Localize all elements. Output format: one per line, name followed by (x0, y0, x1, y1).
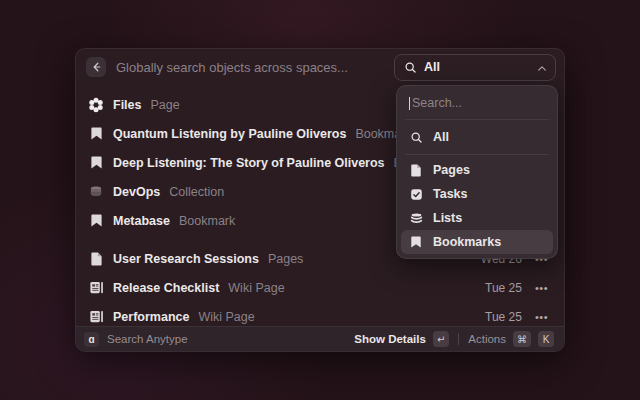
enter-key-badge: ↵ (433, 331, 449, 347)
arrow-left-icon (90, 61, 102, 73)
dropdown-option-label: Bookmarks (433, 235, 501, 249)
task-checkbox-icon (409, 188, 423, 201)
cmd-key-badge: ⌘ (513, 331, 531, 347)
dropdown-option-label: All (433, 130, 449, 144)
dropdown-option-label: Lists (433, 211, 462, 225)
dropdown-option-label: Tasks (433, 187, 468, 201)
divider (405, 154, 549, 155)
dropdown-option-bookmarks[interactable]: Bookmarks (401, 230, 553, 254)
layers-icon (409, 212, 423, 225)
result-type: Pages (268, 252, 303, 266)
wiki-page-icon (88, 280, 104, 295)
actions-button[interactable]: Actions (468, 333, 506, 345)
result-title: Release Checklist (113, 281, 219, 295)
magnifier-icon (403, 61, 417, 74)
filter-type-select[interactable]: All (394, 54, 556, 81)
filter-selected-label: All (424, 60, 530, 74)
footer-shortcuts: Show Details ↵ Actions ⌘ K (354, 331, 554, 347)
bookmark-icon (88, 213, 104, 228)
result-title: Deep Listening: The Story of Pauline Oli… (113, 156, 385, 170)
dropdown-option-pages[interactable]: Pages (401, 158, 553, 182)
more-options-icon[interactable]: ••• (535, 282, 548, 294)
result-row-performance[interactable]: Performance Wiki Page Tue 25 ••• (76, 302, 564, 326)
bookmark-icon (409, 235, 423, 249)
dropdown-option-all[interactable]: All (401, 123, 553, 151)
dropdown-search-input[interactable]: Search... (401, 90, 553, 116)
result-type: Wiki Page (228, 281, 284, 295)
chevron-up-icon (537, 65, 547, 72)
result-title: Quantum Listening by Pauline Oliveros (113, 127, 346, 141)
divider (405, 119, 549, 120)
result-type: Page (151, 98, 180, 112)
result-title: Metabase (113, 214, 170, 228)
result-title: User Research Sessions (113, 252, 259, 266)
page-icon (409, 163, 423, 177)
bookmark-icon (88, 126, 104, 141)
anytype-logo-icon: ɑ (84, 332, 99, 347)
divider (458, 333, 459, 345)
result-date: Tue 25 (485, 281, 522, 295)
dropdown-option-tasks[interactable]: Tasks (401, 182, 553, 206)
result-type: Wiki Page (198, 310, 254, 324)
result-title: Performance (113, 310, 189, 324)
magnifier-icon (409, 131, 423, 144)
result-type: Bookmark (179, 214, 235, 228)
dropdown-option-lists[interactable]: Lists (401, 206, 553, 230)
result-title: Files (113, 98, 142, 112)
dropdown-option-label: Pages (433, 163, 470, 177)
flower-icon (88, 97, 104, 113)
stack-icon (88, 184, 104, 199)
app-label: Search Anytype (107, 333, 354, 345)
page-icon (88, 251, 104, 266)
more-options-icon[interactable]: ••• (535, 311, 548, 323)
result-row-release-checklist[interactable]: Release Checklist Wiki Page Tue 25 ••• (76, 273, 564, 302)
filter-dropdown-panel: Search... All Pages Tasks (396, 85, 558, 259)
result-type: Collection (169, 185, 224, 199)
footer-bar: ɑ Search Anytype Show Details ↵ Actions … (76, 326, 564, 351)
k-key-badge: K (538, 331, 554, 347)
search-header: Globally search objects across spaces...… (76, 49, 564, 85)
bookmark-icon (88, 155, 104, 170)
text-cursor (409, 97, 410, 110)
result-date: Tue 25 (485, 310, 522, 324)
global-search-input[interactable]: Globally search objects across spaces... (116, 60, 394, 75)
global-search-modal: Globally search objects across spaces...… (75, 48, 565, 352)
show-details-button[interactable]: Show Details (354, 333, 426, 345)
result-title: DevOps (113, 185, 160, 199)
wiki-page-icon (88, 309, 104, 324)
dropdown-search-placeholder: Search... (412, 96, 462, 110)
back-button[interactable] (86, 57, 106, 77)
